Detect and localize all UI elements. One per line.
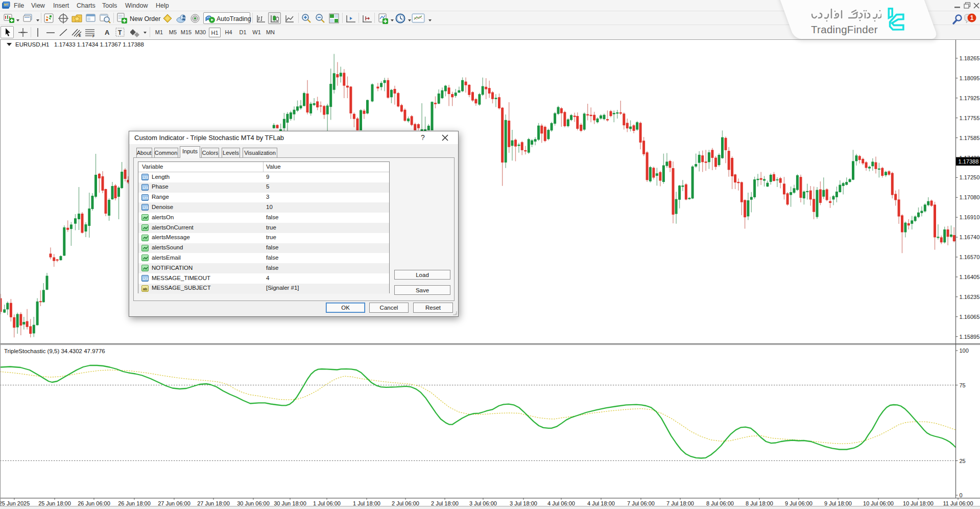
svg-text:1.16570: 1.16570: [960, 254, 980, 260]
svg-text:3 Jul 18:00: 3 Jul 18:00: [510, 500, 537, 506]
svg-text:1 Jul 06:00: 1 Jul 06:00: [313, 500, 341, 506]
svg-text:25: 25: [960, 458, 966, 464]
svg-text:1.17585: 1.17585: [960, 135, 980, 141]
svg-text:1.16910: 1.16910: [960, 214, 980, 220]
svg-text:30 Jun 06:00: 30 Jun 06:00: [237, 500, 270, 506]
svg-text:9 Jul 06:00: 9 Jul 06:00: [785, 500, 812, 506]
svg-text:27 Jun 06:00: 27 Jun 06:00: [158, 500, 190, 506]
svg-text:10 Jul 06:00: 10 Jul 06:00: [863, 500, 894, 506]
svg-text:26 Jun 18:00: 26 Jun 18:00: [118, 500, 151, 506]
svg-text:8 Jul 06:00: 8 Jul 06:00: [706, 500, 734, 506]
svg-text:26 Jun 06:00: 26 Jun 06:00: [78, 500, 110, 506]
svg-text:2 Jul 06:00: 2 Jul 06:00: [392, 500, 419, 506]
svg-text:25 Jun 2025: 25 Jun 2025: [0, 500, 30, 506]
svg-text:1.17388: 1.17388: [959, 158, 979, 165]
svg-text:1.16740: 1.16740: [960, 234, 980, 240]
svg-text:100: 100: [960, 348, 969, 354]
svg-text:1.18265: 1.18265: [960, 55, 980, 61]
svg-text:75: 75: [960, 382, 966, 388]
svg-text:1 Jul 18:00: 1 Jul 18:00: [353, 500, 380, 506]
svg-text:25 Jun 18:00: 25 Jun 18:00: [38, 500, 71, 506]
svg-text:F: F: [92, 34, 95, 37]
svg-text:MT: MT: [4, 3, 9, 6]
svg-text:1.17080: 1.17080: [960, 194, 980, 200]
svg-text:1.17755: 1.17755: [960, 115, 980, 121]
svg-text:4 Jul 06:00: 4 Jul 06:00: [547, 500, 575, 506]
svg-text:E: E: [79, 34, 81, 37]
svg-text:7 Jul 18:00: 7 Jul 18:00: [666, 500, 694, 506]
svg-text:1.17925: 1.17925: [960, 95, 980, 101]
svg-text:EURUSD,H1 1.17433 1.17434 1.: EURUSD,H1 1.17433 1.17434 1.17367 1.1738…: [15, 41, 144, 48]
svg-text:10 Jul 18:00: 10 Jul 18:00: [903, 500, 934, 506]
svg-text:2 Jul 18:00: 2 Jul 18:00: [431, 500, 459, 506]
svg-text:11 Jul 06:00: 11 Jul 06:00: [943, 500, 973, 506]
svg-text:TripleStochastic (9,5) 34.4302: TripleStochastic (9,5) 34.4302 47.9776: [4, 348, 105, 354]
svg-text:1.17250: 1.17250: [960, 174, 980, 180]
svg-text:8 Jul 18:00: 8 Jul 18:00: [746, 500, 773, 506]
svg-text:T: T: [118, 29, 122, 36]
svg-text:1.16405: 1.16405: [960, 274, 980, 280]
svg-text:1.16065: 1.16065: [960, 314, 980, 320]
svg-text:4 Jul 18:00: 4 Jul 18:00: [587, 500, 615, 506]
svg-text:1.15895: 1.15895: [960, 334, 980, 340]
svg-text:30 Jun 18:00: 30 Jun 18:00: [274, 500, 306, 506]
svg-text:7 Jul 06:00: 7 Jul 06:00: [627, 500, 655, 506]
svg-text:27 Jun 18:00: 27 Jun 18:00: [197, 500, 230, 506]
svg-text:0: 0: [960, 492, 963, 498]
svg-text:1.18095: 1.18095: [960, 75, 980, 81]
svg-text:1: 1: [970, 14, 974, 21]
svg-text:3 Jul 06:00: 3 Jul 06:00: [469, 500, 497, 506]
svg-text:9 Jul 18:00: 9 Jul 18:00: [824, 500, 852, 506]
svg-text:1.16235: 1.16235: [960, 294, 980, 300]
